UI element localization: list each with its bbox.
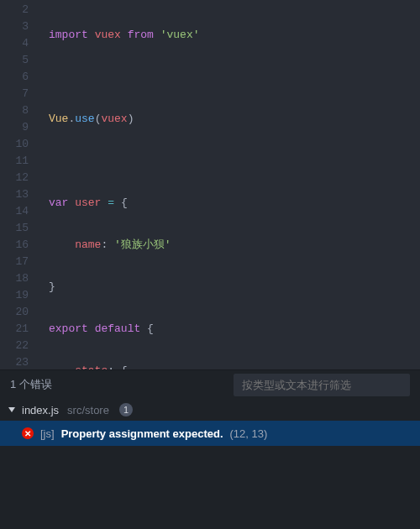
line-number: 13 [0,186,29,203]
code-line [49,153,420,170]
line-number: 21 [0,321,29,338]
line-number: 14 [0,203,29,220]
code-area[interactable]: import vuex from 'vuex' Vue.use(vuex) va… [40,0,420,369]
line-number: 4 [0,35,29,52]
line-number: 22 [0,338,29,354]
file-path: src/store [67,404,109,416]
problem-source: [js] [40,427,55,440]
code-line: } [49,279,420,296]
line-number: 17 [0,254,29,270]
line-number: 16 [0,237,29,254]
line-number: 7 [0,86,29,102]
code-line: state: { [49,363,420,369]
line-number: 15 [0,220,29,237]
line-number: 8 [0,102,29,119]
line-number-gutter: 234567891011121314151617181920212223 [0,0,40,369]
line-number: 19 [0,287,29,304]
problems-filter-input[interactable] [234,374,410,396]
chevron-down-icon [8,407,15,412]
problem-message: Property assignment expected. [61,427,223,440]
line-number: 5 [0,52,29,69]
line-number: 6 [0,69,29,86]
line-number: 20 [0,304,29,321]
code-editor[interactable]: 234567891011121314151617181920212223 imp… [0,0,420,369]
problem-location: (12, 13) [230,427,268,440]
line-number: 3 [0,18,29,35]
line-number: 18 [0,270,29,287]
line-number: 9 [0,119,29,136]
code-line: var user = { [49,195,420,212]
line-number: 11 [0,153,29,170]
line-number: 12 [0,170,29,186]
problems-badge: 1 [119,403,133,416]
error-icon: ✕ [22,427,34,439]
line-number: 23 [0,354,29,369]
line-number: 2 [0,2,29,18]
code-line: export default { [49,321,420,338]
code-line [49,69,420,86]
problems-panel: 1 个错误 index.js src/store 1 ✕ [js] Proper… [0,369,420,529]
code-line: Vue.use(vuex) [49,111,420,128]
problems-file-group[interactable]: index.js src/store 1 [0,399,420,421]
code-line: import vuex from 'vuex' [49,27,420,44]
line-number: 10 [0,136,29,153]
code-line: name: '狼族小狈' [49,237,420,254]
problems-header: 1 个错误 [0,370,420,399]
file-name: index.js [22,404,59,416]
problems-count: 1 个错误 [10,377,52,392]
problem-item[interactable]: ✕ [js] Property assignment expected. (12… [0,421,420,446]
